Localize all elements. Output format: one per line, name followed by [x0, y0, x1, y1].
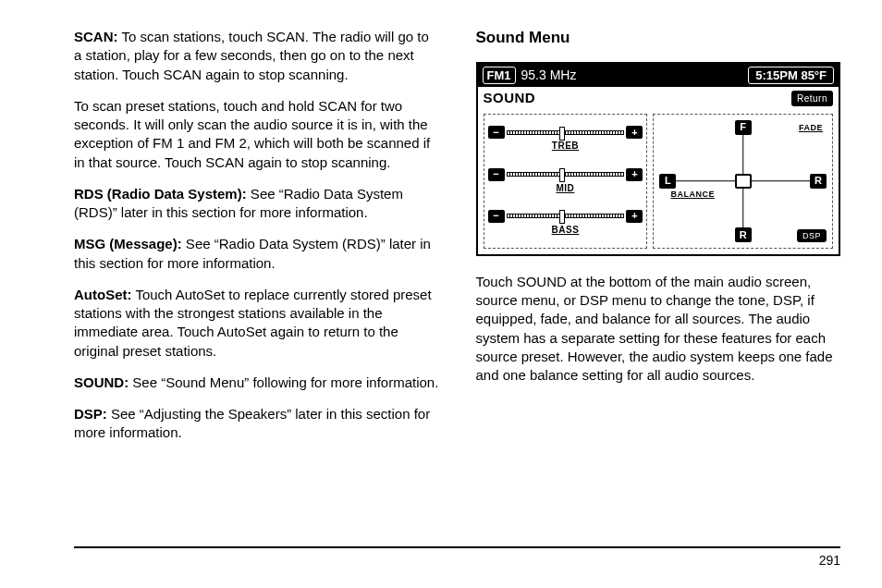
- mid-minus-button[interactable]: −: [488, 168, 505, 181]
- mid-plus-button[interactable]: +: [626, 168, 643, 181]
- bass-track[interactable]: [507, 214, 625, 218]
- frequency-readout: 95.3 MHz: [521, 67, 577, 84]
- tone-sliders-panel: − + TREB − + MID: [484, 114, 648, 249]
- rds-term: RDS (Radio Data System):: [74, 186, 247, 202]
- balance-fade-thumb[interactable]: [735, 174, 752, 189]
- fade-balance-panel: F R L R FADE BALANCE DSP: [653, 114, 833, 249]
- page-footer: 291: [74, 546, 840, 570]
- balance-left-button[interactable]: L: [659, 174, 676, 189]
- page-number: 291: [819, 553, 840, 568]
- bass-minus-button[interactable]: −: [488, 210, 505, 223]
- msg-term: MSG (Message):: [74, 236, 182, 251]
- fade-label: FADE: [799, 122, 823, 133]
- balance-right-button[interactable]: R: [810, 174, 827, 189]
- dsp-term: DSP:: [74, 406, 107, 422]
- autoset-term: AutoSet:: [74, 287, 132, 302]
- treble-thumb[interactable]: [559, 127, 565, 141]
- fade-front-button[interactable]: F: [735, 120, 752, 135]
- sound-menu-description: Touch SOUND at the bottom of the main au…: [476, 273, 841, 386]
- clock-temp-readout: 5:15PM 85°F: [748, 67, 834, 85]
- treble-minus-button[interactable]: −: [488, 126, 505, 139]
- msg-paragraph: MSG (Message): See “Radio Data System (R…: [74, 235, 439, 273]
- scan-preset-paragraph: To scan preset stations, touch and hold …: [74, 97, 439, 172]
- bass-slider: − + BASS: [488, 210, 643, 237]
- rds-paragraph: RDS (Radio Data System): See “Radio Data…: [74, 185, 439, 223]
- radio-header: FM1 95.3 MHz 5:15PM 85°F: [478, 64, 839, 88]
- sound-title: SOUND: [484, 89, 536, 107]
- mid-slider: − + MID: [488, 168, 643, 195]
- right-column: Sound Menu FM1 95.3 MHz 5:15PM 85°F SOUN…: [476, 28, 841, 456]
- fade-rear-button[interactable]: R: [735, 227, 752, 242]
- sound-body: See “Sound Menu” following for more info…: [129, 374, 438, 390]
- sound-menu-heading: Sound Menu: [476, 28, 841, 49]
- scan-term: SCAN:: [74, 29, 118, 44]
- treble-track[interactable]: [507, 130, 625, 135]
- sound-title-row: SOUND Return: [478, 87, 839, 109]
- bass-label: BASS: [552, 224, 580, 237]
- balance-label: BALANCE: [670, 189, 715, 200]
- treble-plus-button[interactable]: +: [626, 126, 643, 139]
- autoset-paragraph: AutoSet: Touch AutoSet to replace curren…: [74, 286, 439, 361]
- sound-term: SOUND:: [74, 374, 129, 390]
- left-column: SCAN: To scan stations, touch SCAN. The …: [74, 28, 439, 456]
- scan-body: To scan stations, touch SCAN. The radio …: [74, 29, 429, 82]
- sound-ref-paragraph: SOUND: See “Sound Menu” following for mo…: [74, 374, 439, 392]
- dsp-body: See “Adjusting the Speakers” later in th…: [74, 406, 430, 440]
- band-indicator[interactable]: FM1: [483, 67, 516, 85]
- mid-thumb[interactable]: [559, 168, 565, 182]
- dsp-button[interactable]: DSP: [797, 229, 827, 242]
- bass-thumb[interactable]: [559, 210, 565, 224]
- mid-track[interactable]: [507, 172, 625, 177]
- return-button[interactable]: Return: [791, 91, 833, 107]
- bass-plus-button[interactable]: +: [626, 210, 643, 223]
- scan-paragraph: SCAN: To scan stations, touch SCAN. The …: [74, 28, 439, 84]
- sound-menu-screenshot: FM1 95.3 MHz 5:15PM 85°F SOUND Return − …: [476, 62, 841, 256]
- dsp-ref-paragraph: DSP: See “Adjusting the Speakers” later …: [74, 405, 439, 443]
- treble-slider: − + TREB: [488, 126, 643, 153]
- mid-label: MID: [557, 182, 575, 195]
- treble-label: TREB: [552, 140, 579, 153]
